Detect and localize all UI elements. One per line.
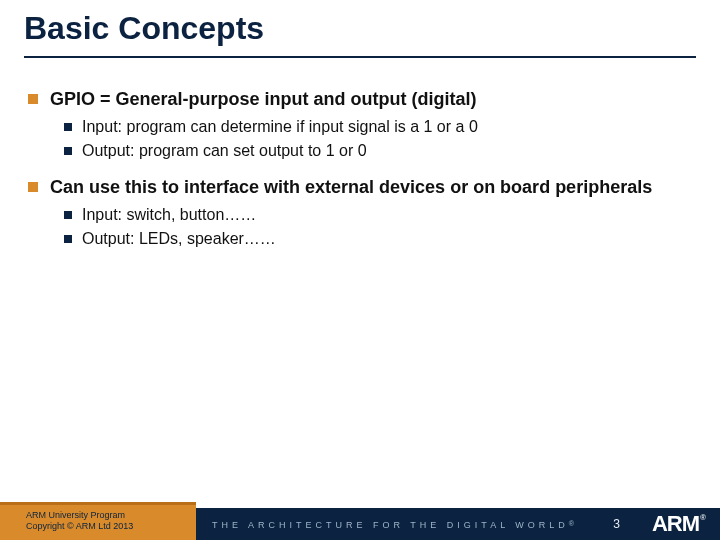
footer-attribution: ARM University Program Copyright © ARM L… <box>26 510 133 533</box>
square-bullet-icon <box>64 147 72 155</box>
footer-accent: ARM University Program Copyright © ARM L… <box>0 502 196 540</box>
arm-logo: ARM® <box>652 511 704 537</box>
list-item: Can use this to interface with external … <box>28 176 692 250</box>
sub-bullet-text: Output: program can set output to 1 or 0 <box>82 141 367 162</box>
bullet-text: Can use this to interface with external … <box>50 176 652 199</box>
slide-footer: ARM University Program Copyright © ARM L… <box>0 496 720 540</box>
tagline-text: THE ARCHITECTURE FOR THE DIGITAL WORLD <box>212 520 569 530</box>
title-underline <box>24 56 696 58</box>
registered-icon: ® <box>700 513 705 522</box>
list-item: Input: program can determine if input si… <box>64 117 692 138</box>
sub-bullet-text: Output: LEDs, speaker…… <box>82 229 276 250</box>
sub-list: Input: switch, button…… Output: LEDs, sp… <box>64 205 692 251</box>
sub-list: Input: program can determine if input si… <box>64 117 692 163</box>
footer-line2: Copyright © ARM Ltd 2013 <box>26 521 133 531</box>
list-item: Input: switch, button…… <box>64 205 692 226</box>
footer-line1: ARM University Program <box>26 510 125 520</box>
page-number: 3 <box>613 517 620 531</box>
slide-title: Basic Concepts <box>24 10 264 47</box>
list-item: GPIO = General-purpose input and output … <box>28 88 692 162</box>
sub-bullet-text: Input: switch, button…… <box>82 205 256 226</box>
footer-tagline: THE ARCHITECTURE FOR THE DIGITAL WORLD® <box>212 520 574 530</box>
registered-icon: ® <box>569 520 574 527</box>
bullet-text: GPIO = General-purpose input and output … <box>50 88 477 111</box>
square-bullet-icon <box>64 211 72 219</box>
square-bullet-icon <box>28 182 38 192</box>
square-bullet-icon <box>64 235 72 243</box>
sub-bullet-text: Input: program can determine if input si… <box>82 117 478 138</box>
slide-content: GPIO = General-purpose input and output … <box>28 88 692 264</box>
list-item: Output: LEDs, speaker…… <box>64 229 692 250</box>
logo-text: ARM <box>652 511 699 536</box>
slide: Basic Concepts GPIO = General-purpose in… <box>0 0 720 540</box>
square-bullet-icon <box>28 94 38 104</box>
bullet-list: GPIO = General-purpose input and output … <box>28 88 692 250</box>
square-bullet-icon <box>64 123 72 131</box>
list-item: Output: program can set output to 1 or 0 <box>64 141 692 162</box>
